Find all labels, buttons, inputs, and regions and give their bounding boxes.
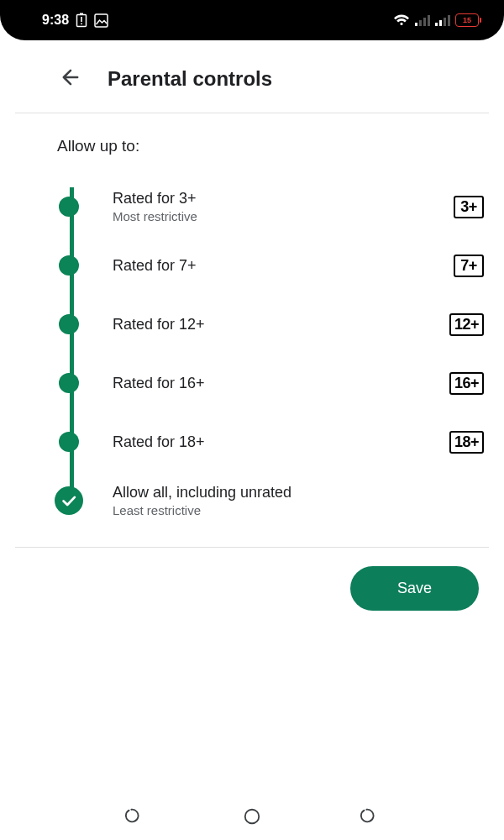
age-badge-7: 7+	[454, 255, 484, 277]
rating-options: Rated for 3+ Most restrictive 3+ Rated f…	[0, 177, 504, 530]
option-dot	[59, 255, 79, 276]
svg-rect-6	[419, 20, 422, 26]
battery-percent: 15	[463, 16, 471, 24]
age-badge-16: 16+	[449, 372, 484, 395]
back-button[interactable]	[59, 66, 82, 92]
home-button[interactable]	[243, 807, 261, 829]
rating-option-7plus[interactable]: Rated for 7+ 7+	[59, 236, 484, 295]
option-label: Allow all, including unrated	[113, 484, 484, 501]
svg-rect-3	[81, 24, 82, 25]
rating-option-12plus[interactable]: Rated for 12+ 12+	[59, 295, 484, 354]
battery-icon: 15	[455, 13, 479, 27]
option-dot	[59, 197, 79, 217]
android-navbar	[0, 796, 504, 840]
svg-rect-7	[423, 18, 426, 26]
option-dot-selected	[55, 486, 83, 515]
option-dot	[59, 314, 79, 334]
svg-rect-1	[80, 13, 83, 15]
rating-option-allow-all[interactable]: Allow all, including unrated Least restr…	[59, 471, 484, 530]
option-dot	[59, 432, 79, 452]
svg-rect-4	[95, 14, 108, 27]
signal-icon	[415, 14, 430, 26]
svg-rect-2	[81, 17, 82, 22]
app-header: Parental controls	[0, 57, 504, 113]
age-badge-18: 18+	[449, 431, 484, 454]
option-sublabel: Most restrictive	[113, 209, 454, 223]
option-sublabel: Least restrictive	[113, 503, 484, 517]
option-label: Rated for 18+	[113, 433, 449, 451]
save-button[interactable]: Save	[350, 566, 479, 611]
age-badge-3: 3+	[454, 196, 484, 218]
svg-rect-10	[439, 20, 442, 26]
age-badge-12: 12+	[449, 313, 484, 336]
svg-rect-8	[428, 15, 430, 26]
signal-icon-2	[435, 14, 450, 26]
option-label: Rated for 12+	[113, 316, 449, 333]
status-time: 9:38	[42, 13, 69, 28]
rating-option-3plus[interactable]: Rated for 3+ Most restrictive 3+	[59, 177, 484, 236]
image-icon	[94, 13, 108, 28]
svg-rect-5	[415, 23, 417, 26]
wifi-icon	[393, 13, 410, 27]
status-bar: 9:38 15	[0, 0, 504, 40]
svg-point-13	[245, 810, 260, 824]
rating-option-16plus[interactable]: Rated for 16+ 16+	[59, 354, 484, 412]
page-title: Parental controls	[108, 67, 272, 91]
back-nav-button[interactable]	[360, 807, 379, 829]
svg-rect-9	[435, 23, 438, 26]
check-icon	[60, 491, 78, 510]
svg-rect-11	[444, 18, 446, 26]
rating-option-18plus[interactable]: Rated for 18+ 18+	[59, 412, 484, 471]
section-subhead: Allow up to:	[0, 113, 504, 177]
option-label: Rated for 16+	[113, 375, 449, 392]
battery-alert-icon	[76, 13, 87, 28]
svg-rect-12	[448, 15, 450, 26]
option-label: Rated for 7+	[113, 257, 454, 275]
option-label: Rated for 3+	[113, 190, 454, 207]
option-dot	[59, 373, 79, 393]
recent-apps-button[interactable]	[125, 807, 144, 829]
